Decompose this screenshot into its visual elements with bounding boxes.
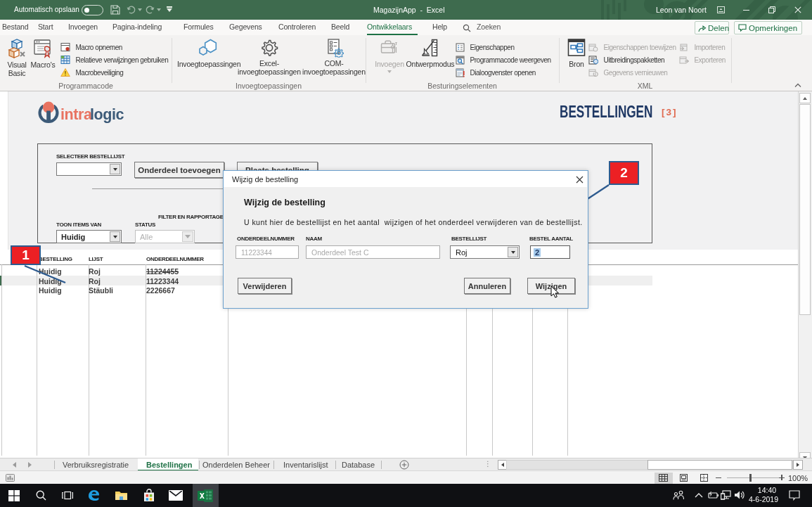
svg-text:intra: intra — [60, 106, 93, 123]
svg-text:logic: logic — [90, 106, 124, 123]
